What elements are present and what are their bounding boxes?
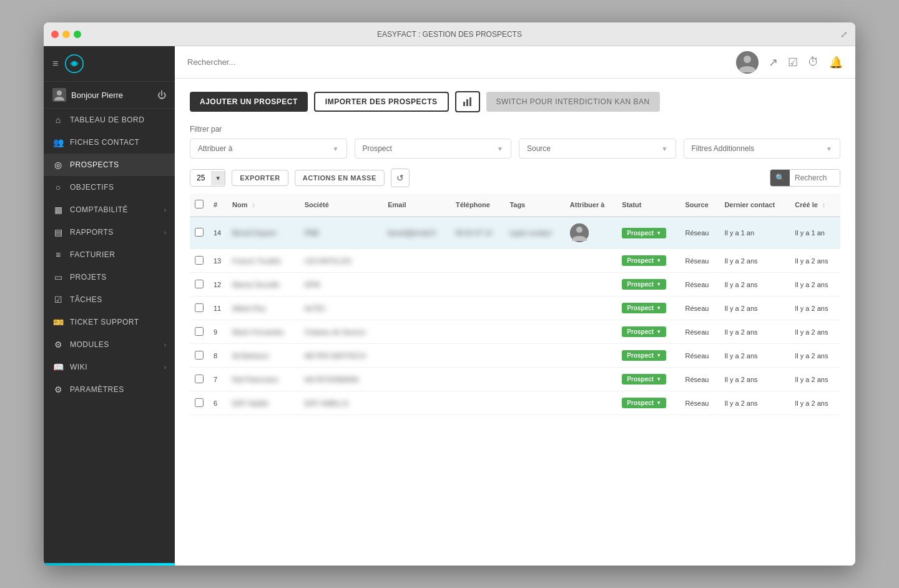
col-telephone[interactable]: Téléphone <box>451 194 504 217</box>
row-statut[interactable]: Prospect ▼ <box>617 273 680 296</box>
app-body: ≡ <box>44 46 855 566</box>
status-badge[interactable]: Prospect ▼ <box>622 374 666 385</box>
row-checkbox-cell[interactable] <box>190 296 209 320</box>
col-statut[interactable]: Statut <box>617 194 680 217</box>
row-nom[interactable]: Raf Petermann <box>227 368 300 391</box>
row-nom[interactable]: Benoit Dupont <box>227 217 300 249</box>
status-badge[interactable]: Prospect ▼ <box>622 326 666 337</box>
sidebar-item-rapports[interactable]: ▤ RAPPORTS › <box>44 221 175 243</box>
sidebar-item-objectifs[interactable]: ○ OBJECTIFS <box>44 176 175 198</box>
attribuer-filter[interactable]: Attribuer à ▼ <box>190 139 347 159</box>
sidebar-item-facturier[interactable]: ≡ FACTURIER <box>44 243 175 266</box>
col-societe[interactable]: Société <box>300 194 383 217</box>
sidebar-item-tableau-de-bord[interactable]: ⌂ TABLEAU DE BORD <box>44 109 175 131</box>
row-statut[interactable]: Prospect ▼ <box>617 249 680 273</box>
table-search-icon[interactable]: 🔍 <box>770 170 790 186</box>
mass-actions-button[interactable]: ACTIONS EN MASSE <box>295 170 385 186</box>
sidebar-item-prospects[interactable]: ◎ PROSPECTS <box>44 154 175 176</box>
sidebar-item-projets[interactable]: ▭ PROJETS <box>44 266 175 288</box>
col-source[interactable]: Source <box>680 194 720 217</box>
col-dernier-contact[interactable]: Dernier contact <box>719 194 790 217</box>
row-nom[interactable]: Marie Fernandez <box>227 320 300 344</box>
source-filter[interactable]: Source ▼ <box>519 139 676 159</box>
expand-icon[interactable]: ⤢ <box>840 29 848 39</box>
row-checkbox-cell[interactable] <box>190 217 209 249</box>
table-row: 12 Marine Douville DPM Prospect ▼ Réseau… <box>190 273 840 296</box>
row-checkbox[interactable] <box>195 228 204 237</box>
table-search-input[interactable] <box>790 170 840 186</box>
row-checkbox-cell[interactable] <box>190 344 209 368</box>
status-badge[interactable]: Prospect ▼ <box>622 303 666 313</box>
row-nom[interactable]: Ali Belhamri <box>227 344 300 368</box>
row-statut[interactable]: Prospect ▼ <box>617 320 680 344</box>
select-all-header[interactable] <box>190 194 209 217</box>
sidebar-item-label: WIKI <box>70 363 158 371</box>
row-statut[interactable]: Prospect ▼ <box>617 217 680 249</box>
sidebar-item-ticket-support[interactable]: 🎫 TICKET SUPPORT <box>44 311 175 333</box>
col-cree-le[interactable]: Créé le ↕ <box>790 194 840 217</box>
clock-icon[interactable]: ⏱ <box>808 56 819 69</box>
row-checkbox[interactable] <box>195 280 204 288</box>
row-checkbox[interactable] <box>195 256 204 265</box>
sidebar-item-fiches-contact[interactable]: 👥 FICHES CONTACT <box>44 131 175 154</box>
col-nom[interactable]: Nom ↕ <box>227 194 300 217</box>
avatar[interactable] <box>736 51 759 74</box>
share-icon[interactable]: ↗ <box>769 56 778 69</box>
additional-filter[interactable]: Filtres Additionnels ▼ <box>684 139 841 159</box>
sidebar-item-taches[interactable]: ☑ TÂCHES <box>44 288 175 311</box>
sidebar-item-modules[interactable]: ⚙ MODULES › <box>44 333 175 356</box>
col-tags[interactable]: Tags <box>504 194 564 217</box>
switch-kanban-button[interactable]: SWITCH POUR INTERDICTION KAN BAN <box>486 92 660 112</box>
col-attribuer[interactable]: Attribuer à <box>565 194 617 217</box>
per-page-arrow[interactable]: ▼ <box>211 171 225 185</box>
chevron-down-icon: ▼ <box>662 145 668 152</box>
prospect-filter[interactable]: Prospect ▼ <box>355 139 512 159</box>
import-prospects-button[interactable]: IMPORTER DES PROSPECTS <box>314 92 449 112</box>
row-checkbox[interactable] <box>195 327 204 336</box>
add-prospect-button[interactable]: AJOUTER UN PROSPECT <box>190 92 308 112</box>
per-page-selector[interactable]: 25 ▼ <box>190 169 225 187</box>
row-checkbox-cell[interactable] <box>190 320 209 344</box>
row-checkbox-cell[interactable] <box>190 368 209 391</box>
maximize-button[interactable] <box>74 31 81 38</box>
sidebar-item-parametres[interactable]: ⚙ PARAMÈTRES <box>44 378 175 401</box>
row-checkbox[interactable] <box>195 303 204 312</box>
status-badge[interactable]: Prospect ▼ <box>622 398 666 408</box>
table-row: 13 Francis Trouillot LES ANTILLES Prospe… <box>190 249 840 273</box>
status-badge[interactable]: Prospect ▼ <box>622 350 666 361</box>
close-button[interactable] <box>51 31 59 38</box>
row-nom[interactable]: Francis Trouillot <box>227 249 300 273</box>
row-checkbox-cell[interactable] <box>190 391 209 415</box>
bell-icon[interactable]: 🔔 <box>829 56 843 69</box>
row-checkbox[interactable] <box>195 375 204 383</box>
status-badge[interactable]: Prospect ▼ <box>622 228 666 238</box>
status-badge[interactable]: Prospect ▼ <box>622 255 666 266</box>
row-statut[interactable]: Prospect ▼ <box>617 344 680 368</box>
select-all-checkbox[interactable] <box>195 200 204 208</box>
row-nom[interactable]: Marine Douville <box>227 273 300 296</box>
row-checkbox[interactable] <box>195 351 204 360</box>
sidebar-item-comptabilite[interactable]: ▦ COMPTABILITÉ › <box>44 198 175 221</box>
status-dropdown-icon: ▼ <box>656 353 661 358</box>
hamburger-icon[interactable]: ≡ <box>52 58 58 69</box>
row-nom[interactable]: EDF Habills <box>227 391 300 415</box>
sidebar-item-wiki[interactable]: 📖 WIKI › <box>44 356 175 378</box>
row-checkbox[interactable] <box>195 398 204 407</box>
row-statut[interactable]: Prospect ▼ <box>617 296 680 320</box>
export-button[interactable]: EXPORTER <box>232 170 288 186</box>
sort-icon: ↕ <box>252 202 255 208</box>
row-telephone: 06 02 07 14 <box>451 217 504 249</box>
check-icon[interactable]: ☑ <box>788 56 798 69</box>
search-input[interactable] <box>187 57 727 67</box>
status-badge[interactable]: Prospect ▼ <box>622 279 666 290</box>
row-nom[interactable]: Alibert Roy <box>227 296 300 320</box>
row-checkbox-cell[interactable] <box>190 249 209 273</box>
row-checkbox-cell[interactable] <box>190 273 209 296</box>
row-statut[interactable]: Prospect ▼ <box>617 391 680 415</box>
minimize-button[interactable] <box>62 31 70 38</box>
refresh-button[interactable]: ↺ <box>391 169 410 187</box>
col-email[interactable]: Email <box>383 194 451 217</box>
power-icon[interactable]: ⏻ <box>157 90 166 100</box>
row-statut[interactable]: Prospect ▼ <box>617 368 680 391</box>
chart-view-button[interactable] <box>455 91 480 112</box>
